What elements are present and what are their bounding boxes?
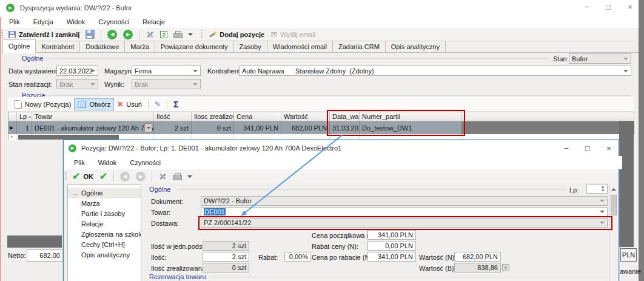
- print-dropdown[interactable]: [185, 29, 196, 41]
- stan-combo[interactable]: Bufor: [569, 53, 631, 64]
- save-and-close-button[interactable]: Zatwierdź i zamknij: [5, 29, 82, 41]
- scroll-up-icon[interactable]: [609, 185, 618, 194]
- delete-position-button[interactable]: ✕ Usuń: [114, 98, 145, 110]
- ilosc-field[interactable]: 2 szt: [203, 252, 249, 262]
- towar-combo[interactable]: DE001: [201, 207, 608, 217]
- dialog-menu-plik[interactable]: Plik: [67, 157, 92, 169]
- sidebar-item-opis-analityczny[interactable]: Opis analityczny: [68, 250, 141, 260]
- cell-numer-partii: Do_testow_DW1: [360, 121, 462, 134]
- grid-header-data-waznosci[interactable]: Data_ważnoś: [330, 112, 360, 121]
- dialog-vscrollbar[interactable]: [609, 185, 618, 281]
- export-button[interactable]: 2: [157, 29, 170, 41]
- cell-lp: 1: [17, 121, 32, 134]
- grid-header-wartosc[interactable]: Wartość: [281, 112, 330, 121]
- cell-dropdown-button[interactable]: [144, 123, 152, 132]
- menu-relacje[interactable]: Relacje: [136, 16, 172, 28]
- open-position-button[interactable]: Otwórz: [74, 98, 114, 110]
- rabat-field[interactable]: 0,00%: [284, 252, 311, 262]
- wynik-combo[interactable]: Brak: [132, 79, 201, 89]
- sidebar-item-cechy[interactable]: Cechy [Ctrl+H]: [68, 240, 141, 250]
- hscrollbar-thumb-bottom[interactable]: [7, 235, 62, 248]
- tab-wiadomosci-email[interactable]: Wiadomości email: [267, 41, 333, 53]
- tab-zadania-crm[interactable]: Zadania CRM: [333, 41, 386, 53]
- magazyn-label: Magazyn:: [104, 67, 133, 75]
- send-email-button[interactable]: ✉ Wyślij email: [267, 29, 318, 41]
- ok-and-new-button[interactable]: ✔: [96, 171, 110, 183]
- hscrollbar-thumb[interactable]: [18, 135, 119, 140]
- currency-field[interactable]: PLN: [620, 248, 637, 262]
- menu-plik[interactable]: Plik: [2, 16, 27, 28]
- kontrahent-combo[interactable]: Auto Naprawa Stanisław Zdolny (Zdolny): [239, 66, 631, 76]
- menu-widok[interactable]: Widok: [60, 16, 92, 28]
- sidebar-item-partie-i-zasoby[interactable]: Partie i zasoby: [68, 209, 141, 219]
- sum-button[interactable]: Σ: [170, 98, 181, 110]
- cell-wartosc: 682,00 PLN: [281, 121, 330, 134]
- tab-ogolne[interactable]: Ogólne: [2, 39, 36, 53]
- grid-header-ilosc[interactable]: Ilość: [154, 112, 192, 121]
- dialog-menu-widok[interactable]: Widok: [92, 157, 124, 169]
- save-variant-button[interactable]: [82, 29, 98, 41]
- dialog-nav-forward-button[interactable]: ▶: [133, 171, 149, 183]
- dialog-minimize-icon[interactable]: −: [557, 141, 575, 155]
- menu-edycja[interactable]: Edycja: [27, 16, 60, 28]
- dialog-print-button[interactable]: [170, 171, 184, 183]
- tools-button[interactable]: [143, 29, 157, 41]
- stan-realizacji-label: Stan realizacji:: [8, 81, 52, 88]
- grid-header-ilosc-zrealizowana[interactable]: Ilosc zrealizowana: [192, 112, 234, 121]
- tab-powiazane-dokumenty[interactable]: Powiązane dokumenty: [155, 41, 234, 53]
- toolbar-grip: [1, 30, 3, 39]
- wynik-label: Wynik:: [104, 81, 124, 88]
- print-button[interactable]: [170, 29, 185, 41]
- stan-realizacji-combo[interactable]: Brak: [56, 79, 98, 89]
- rabat-label: Rabat:: [258, 254, 278, 261]
- chevron-down-icon: [600, 222, 605, 224]
- dialog-close-icon[interactable]: ×: [600, 141, 618, 155]
- tab-dodatkowe[interactable]: Dodatkowe: [80, 41, 125, 53]
- nav-back-button[interactable]: ◀: [104, 29, 120, 41]
- tab-marza[interactable]: Marża: [125, 41, 155, 53]
- rabat-ceny-field[interactable]: 0,00 PLN: [367, 241, 416, 251]
- dokument-combo[interactable]: DW/?/22 - Bufor: [201, 196, 608, 206]
- tab-kontrahent[interactable]: Kontrahent: [36, 41, 80, 53]
- dialog-nav-back-button[interactable]: ◀: [117, 171, 133, 183]
- dialog-tools-button[interactable]: [155, 171, 170, 183]
- grid-header-towar[interactable]: Towar: [32, 112, 154, 121]
- sidebar-item-marza[interactable]: Marża: [68, 198, 141, 209]
- dialog-print-dropdown[interactable]: [184, 171, 195, 183]
- maximize-icon[interactable]: □: [599, 0, 617, 13]
- new-position-button[interactable]: Nowy (Pozycja): [12, 98, 74, 110]
- vscrollbar-thumb[interactable]: [611, 195, 617, 215]
- add-items-button[interactable]: Dodaj pozycje: [205, 29, 267, 41]
- sidebar-item-zgloszenia[interactable]: Zgłoszenia na szkolenia: [68, 229, 141, 240]
- sidebar-item-ogolne[interactable]: →Ogólne: [68, 188, 141, 198]
- lp-field[interactable]: 1: [586, 184, 608, 194]
- grid-header-cena[interactable]: Cena: [234, 112, 281, 121]
- edit-button[interactable]: ✎: [152, 98, 164, 110]
- group-caption-rezerwacja: Rezerwacja towaru: [149, 273, 206, 280]
- ok-button[interactable]: ✔ OK: [69, 171, 96, 183]
- lp-label: Lp:: [569, 186, 579, 194]
- ilosc-label: Ilość:: [151, 254, 167, 261]
- dialog-maximize-icon[interactable]: □: [579, 141, 597, 155]
- cena-poczatkowa-field[interactable]: 341,00 PLN: [367, 230, 416, 240]
- printer-icon: [173, 173, 181, 180]
- wartosc-b-plus-button[interactable]: +: [502, 264, 509, 271]
- nav-forward-button[interactable]: ▶: [120, 29, 136, 41]
- tab-zasoby[interactable]: Zasoby: [234, 41, 267, 53]
- magazyn-combo[interactable]: Firma: [132, 66, 201, 76]
- main-menu-bar: Plik Edycja Widok Czynności Relacje: [0, 16, 641, 28]
- sidebar-item-relacje[interactable]: Relacje: [68, 219, 141, 229]
- minimize-icon[interactable]: −: [578, 0, 596, 13]
- grid-header-lp[interactable]: Lp ▴: [17, 112, 32, 121]
- close-icon[interactable]: ×: [621, 0, 639, 13]
- vscrollbar-dark-band[interactable]: [619, 121, 634, 247]
- wartosc-n-field[interactable]: 682,00 PLN: [454, 252, 501, 262]
- menu-czynnosci[interactable]: Czynności: [92, 16, 136, 28]
- grid-header-numer-partii[interactable]: Numer_partii: [360, 112, 462, 121]
- data-wystawienia-combo[interactable]: 22.03.2022: [56, 66, 98, 76]
- dostawa-combo[interactable]: PZ 2/000141/22: [201, 218, 608, 228]
- dialog-menu-czynnosci[interactable]: Czynności: [123, 157, 167, 169]
- cena-po-rabacie-field[interactable]: 341,00 PLN: [367, 252, 416, 262]
- row-arrow-icon: ▶: [10, 125, 13, 130]
- tab-opis-analityczny[interactable]: Opis analityczny: [386, 41, 446, 53]
